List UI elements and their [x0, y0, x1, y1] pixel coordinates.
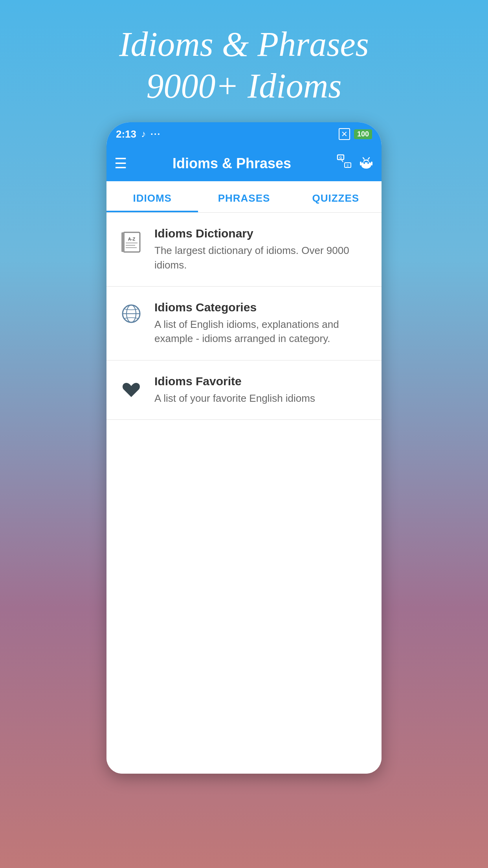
- favorite-content: Idioms Favorite A list of your favorite …: [154, 375, 315, 405]
- tab-phrases[interactable]: PHRASES: [198, 181, 290, 212]
- tiktok-icon: ♪: [141, 129, 146, 140]
- favorite-title: Idioms Favorite: [154, 375, 315, 388]
- idioms-list: A-Z Idioms Dictionary The largest dictio…: [106, 213, 382, 420]
- status-right: ✕ 100: [339, 128, 372, 140]
- dictionary-title: Idioms Dictionary: [154, 227, 371, 240]
- translate-icon[interactable]: G 文: [337, 154, 352, 173]
- svg-text:G: G: [339, 156, 342, 160]
- svg-point-8: [367, 162, 369, 164]
- svg-line-9: [363, 158, 364, 159]
- categories-icon: [117, 302, 145, 330]
- app-bar: ☰ Idioms & Phrases G 文: [106, 146, 382, 181]
- svg-rect-16: [121, 232, 125, 252]
- svg-rect-14: [367, 166, 369, 168]
- favorite-desc: A list of your favorite English idioms: [154, 391, 315, 405]
- svg-text:A-Z: A-Z: [128, 237, 136, 241]
- status-dots: ···: [150, 129, 161, 140]
- tabs-bar: IDIOMS PHRASES QUIZZES: [106, 181, 382, 213]
- list-item-categories[interactable]: Idioms Categories A list of English idio…: [106, 287, 382, 360]
- android-icon[interactable]: [359, 154, 374, 173]
- battery-x-icon: ✕: [339, 128, 350, 140]
- app-title-line1: Idioms & Phrases: [119, 24, 369, 65]
- tab-idioms[interactable]: IDIOMS: [106, 181, 198, 212]
- dictionary-content: Idioms Dictionary The largest dictionary…: [154, 227, 371, 272]
- status-time: 2:13: [116, 128, 136, 140]
- list-item-favorite[interactable]: Idioms Favorite A list of your favorite …: [106, 360, 382, 420]
- svg-rect-11: [360, 162, 361, 166]
- tab-quizzes[interactable]: QUIZZES: [290, 181, 382, 212]
- list-item-dictionary[interactable]: A-Z Idioms Dictionary The largest dictio…: [106, 213, 382, 287]
- svg-rect-12: [371, 162, 372, 166]
- categories-desc: A list of English idioms, explanations a…: [154, 317, 371, 346]
- empty-content-area: [106, 420, 382, 774]
- svg-point-7: [363, 162, 365, 164]
- app-bar-actions: G 文: [337, 154, 374, 173]
- favorite-icon: [117, 376, 145, 404]
- app-bar-title: Idioms & Phrases: [127, 155, 337, 172]
- svg-rect-15: [123, 232, 140, 252]
- categories-content: Idioms Categories A list of English idio…: [154, 301, 371, 346]
- hamburger-menu-icon[interactable]: ☰: [114, 155, 127, 172]
- dictionary-icon: A-Z: [117, 228, 145, 256]
- app-header: Idioms & Phrases 9000+ Idioms: [119, 24, 369, 107]
- status-bar: 2:13 ♪ ··· ✕ 100: [106, 122, 382, 146]
- svg-rect-13: [364, 166, 365, 168]
- dictionary-desc: The largest dictionary of idioms. Over 9…: [154, 243, 371, 272]
- svg-rect-6: [361, 162, 371, 167]
- app-title-line2: 9000+ Idioms: [119, 65, 369, 107]
- phone-frame: 2:13 ♪ ··· ✕ 100 ☰ Idioms & Phrases G 文: [106, 122, 382, 774]
- svg-line-10: [368, 158, 369, 159]
- status-left: 2:13 ♪ ···: [116, 128, 161, 140]
- svg-text:文: 文: [346, 164, 349, 167]
- categories-title: Idioms Categories: [154, 301, 371, 314]
- battery-level: 100: [354, 129, 372, 139]
